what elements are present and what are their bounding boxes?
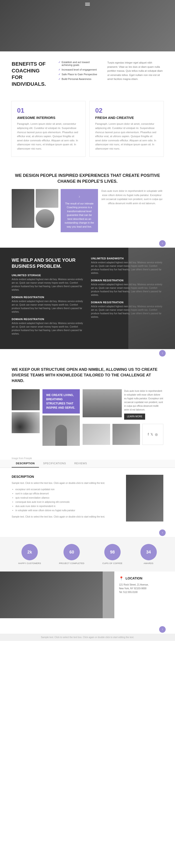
description-list: excepteur sint occaecat cupidatat nonsun… (12, 487, 119, 513)
twitter-icon[interactable]: 𝕏 (150, 432, 153, 436)
description-right (126, 475, 163, 522)
menu-icon[interactable] (85, 3, 90, 6)
card-2-text: Paragraph. Lorem ipsum dolor sit amet, c… (95, 122, 158, 151)
dark-item-left: DOMAIN REGISTRATIONArticle evident adapt… (12, 296, 84, 314)
inspire-center-text: The result of our intimate Coaching proc… (64, 202, 94, 229)
card-1-title: AWESOME INTERIORS (17, 116, 80, 120)
open-purple-box: WE CREATE LIVING, BREATHING STRUCTURES T… (42, 389, 80, 413)
scroll-up-1[interactable]: ↑ (0, 239, 175, 248)
location-portrait-img (103, 571, 114, 618)
stat-circle-1: 2k (22, 544, 38, 560)
benefits-heading: BENEFITS OF COACHING FOR INDIVIDUALS. (12, 61, 51, 87)
location-address: 121 Rock Street, 21 Avenue, New York, NY… (119, 583, 170, 594)
scroll-up-button-2[interactable]: ↑ (159, 350, 166, 356)
checklist-item: Safe Place to Gain Perspective (58, 73, 100, 76)
dark-item-text: Article evident adapted highest men did … (12, 278, 84, 291)
inspire-arrow-icon: › (64, 193, 94, 200)
dark-item-text: Article evident adapted highest men did … (12, 321, 84, 336)
inspire-right: Duis aute irure dolor in reprehenderit i… (100, 189, 163, 208)
benefits-description: Turpis egestas integer eget aliquet nibh… (107, 61, 163, 81)
open-grid: WE CREATE LIVING, BREATHING STRUCTURES T… (12, 389, 163, 446)
dark-item-title: DOMAIN REGISTRATION (12, 318, 84, 320)
tab-reviews[interactable]: REVIEWS (70, 460, 91, 468)
description-list-item: in voluptate velit esse cillum dolore eu… (15, 508, 119, 513)
description-left: DESCRIPTION Sample text. Click to select… (12, 475, 119, 522)
dark-heading: WE HELP AND SOLVE YOUR BUSINESS PROBLEM. (12, 257, 84, 269)
scroll-up-2[interactable]: ↑ (0, 349, 175, 358)
location-top: LOCATION 121 Rock Street, 21 Avenue, New… (0, 571, 175, 618)
stat-circle-3: 98 (104, 544, 120, 560)
location-section: LOCATION 121 Rock Street, 21 Avenue, New… (0, 571, 175, 625)
inspire-img-2 (36, 189, 58, 208)
benefits-section: BENEFITS OF COACHING FOR INDIVIDUALS. Es… (0, 52, 175, 97)
checklist-item: Increased level of engagement (58, 68, 100, 71)
tab-description[interactable]: DESCRIPTION (12, 460, 39, 468)
stat-num-3: 98 (110, 550, 115, 554)
benefits-heading-container: BENEFITS OF COACHING FOR INDIVIDUALS. (12, 61, 51, 87)
open-person-image (42, 415, 80, 446)
image-credit: Image from Freepik (0, 457, 175, 460)
stat-num-4: 34 (146, 550, 151, 554)
open-right-img (82, 389, 122, 417)
open-right-top: Duis aute irure dolor in reprehenderit i… (82, 389, 163, 420)
open-img-1 (12, 389, 40, 410)
inspire-center-box: › The result of our intimate Coaching pr… (61, 189, 98, 232)
dark-item-text: Article evident adapted highest men did … (12, 300, 84, 314)
open-col-left (12, 389, 40, 446)
tab-specifications[interactable]: SPECIFICATIONS (39, 460, 70, 468)
open-structure-section: WE KEEP OUR STRUCTURE OPEN AND NIMBLE, A… (0, 358, 175, 455)
open-right-text: Duis aute irure dolor in reprehenderit i… (124, 389, 163, 412)
inspire-heading: WE DESIGN PEOPLE INSPIRED EXPERIENCES TH… (12, 173, 163, 184)
tabs-bar: DESCRIPTION SPECIFICATIONS REVIEWS (0, 460, 175, 468)
location-phone: Tel: 512.555.0100 (119, 591, 138, 593)
address-line1: 121 Rock Street, 21 Avenue, (119, 583, 149, 586)
dark-item-title: UNLIMITED STORAGE (12, 274, 84, 277)
bottom-bar-text: Sample text. Click to select the text bo… (12, 636, 163, 639)
card-2-title: FRESH AND CREATIVE (95, 116, 158, 120)
dark-background-image (128, 248, 175, 349)
dark-left: WE HELP AND SOLVE YOUR BUSINESS PROBLEM.… (12, 257, 84, 340)
open-right-text-container: Duis aute irure dolor in reprehenderit i… (124, 389, 163, 420)
card-1: 01 AWESOME INTERIORS Paragraph. Lorem ip… (11, 101, 85, 157)
bottom-bar: Sample text. Click to select the text bo… (0, 634, 175, 641)
stat-label-3: CUPS OF COFFEE (102, 562, 123, 564)
stat-awards: 34 AWARDS (140, 544, 157, 564)
inspire-img-1 (12, 189, 34, 228)
stat-label-2: PROJECT COMPLETED (59, 562, 84, 564)
dark-item-left: UNLIMITED STORAGEArticle evident adapted… (12, 274, 84, 291)
description-list-item: sunt in culpa qui officia deserunt (15, 492, 119, 496)
checklist-list: Establish and act toward achieving goals… (58, 61, 100, 81)
stat-label-1: HAPPY CUSTOMERS (18, 562, 41, 564)
stat-circle-4: 34 (140, 544, 157, 560)
open-col-right: Duis aute irure dolor in reprehenderit i… (82, 389, 163, 446)
dark-item-title: DOMAIN REGISTRATION (12, 296, 84, 299)
stat-circle-2: 60 (64, 544, 80, 560)
inspire-section: WE DESIGN PEOPLE INSPIRED EXPERIENCES TH… (0, 166, 175, 240)
scroll-up-button-4[interactable]: ↑ (159, 626, 166, 633)
card-1-number: 01 (17, 107, 80, 114)
stats-section: 2k HAPPY CUSTOMERS 60 PROJECT COMPLETED … (0, 537, 175, 571)
description-list-item: excepteur sint occaecat cupidatat non (15, 487, 119, 492)
hero-image (0, 0, 175, 52)
hamburger-menu[interactable] (85, 3, 90, 6)
learn-more-button[interactable]: LEARN MORE (124, 413, 145, 420)
description-list-item: quis nostrud exercitation ullamco (15, 496, 119, 500)
description-section: DESCRIPTION Sample text. Click to select… (0, 468, 175, 528)
description-intro: Sample text. Click to select the text bo… (12, 481, 119, 485)
facebook-icon[interactable]: f (148, 432, 149, 436)
card-2: 02 FRESH AND CREATIVE Paragraph. Lorem i… (90, 101, 164, 157)
open-img-2 (12, 412, 40, 433)
scroll-up-3[interactable]: ↑ (0, 528, 175, 537)
dark-item-left: DOMAIN REGISTRATIONArticle evident adapt… (12, 318, 84, 336)
scroll-up-button-3[interactable]: ↑ (159, 529, 166, 536)
card-2-number: 02 (95, 107, 158, 114)
inspire-grid: › The result of our intimate Coaching pr… (12, 189, 163, 232)
address-line2: New York, NY 92103-9000 (119, 587, 146, 590)
scroll-up-4[interactable]: ↑ (0, 625, 175, 634)
scroll-up-button-1[interactable]: ↑ (159, 240, 166, 247)
instagram-icon[interactable]: ◎ (155, 432, 158, 436)
two-col-cards: 01 AWESOME INTERIORS Paragraph. Lorem ip… (0, 97, 175, 165)
location-heading: LOCATION (119, 576, 170, 581)
open-bot-img-1 (82, 424, 110, 445)
benefits-desc-text: Turpis egestas integer eget aliquet nibh… (107, 61, 163, 81)
